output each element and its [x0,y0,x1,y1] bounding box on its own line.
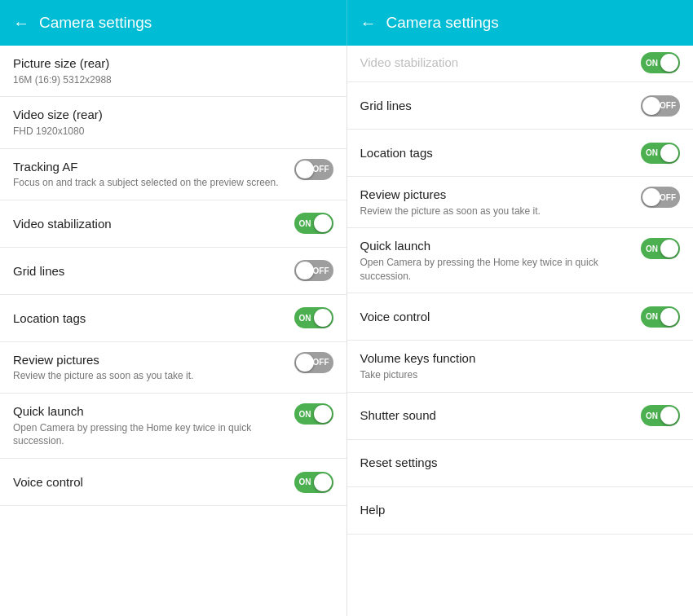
review-pictures-sublabel: Review the picture as soon as you take i… [13,369,281,383]
voice-control-r-label: Voice control [360,309,629,325]
setting-video-size[interactable]: Video size (rear) FHD 1920x1080 [0,97,346,148]
tracking-af-toggle[interactable]: OFF [291,159,333,180]
voice-control-toggle[interactable]: ON [291,472,333,493]
volume-keys-r-label: Volume keys function [360,350,671,367]
video-stab-label: Video stabilization [13,216,281,232]
setting-video-stabilization[interactable]: Video stabilization ON [0,200,346,248]
review-pictures-r-sublabel: Review the picture as soon as you take i… [360,205,629,218]
setting-quick-launch-r[interactable]: Quick launch Open Camera by pressing the… [347,228,694,293]
setting-volume-keys-r[interactable]: Volume keys function Take pictures [347,341,694,392]
left-panel: Picture size (rear) 16M (16:9) 5312x2988… [0,46,346,616]
right-header-panel: ← Camera settings [346,0,694,46]
tracking-af-sublabel: Focus on and track a subject selected on… [13,176,281,190]
help-r-label: Help [360,502,671,518]
quick-launch-r-toggle[interactable]: ON [638,238,680,259]
left-header-title: Camera settings [39,14,152,32]
setting-help-r[interactable]: Help [347,487,694,535]
quick-launch-label: Quick launch [13,403,281,420]
setting-review-pictures-r[interactable]: Review pictures Review the picture as so… [347,177,694,228]
header: ← Camera settings ← Camera settings [0,0,693,46]
review-pictures-r-toggle[interactable]: OFF [638,187,680,208]
location-tags-r-toggle[interactable]: ON [638,143,680,164]
setting-reset-r[interactable]: Reset settings [347,440,694,487]
review-pictures-label: Review pictures [13,352,281,368]
setting-video-stab-partial[interactable]: Video stabilization ON [347,46,694,82]
setting-grid-lines[interactable]: Grid lines OFF [0,248,346,295]
tracking-af-label: Tracking AF [13,159,281,175]
review-pictures-toggle[interactable]: OFF [291,352,333,373]
grid-lines-label: Grid lines [13,263,281,279]
setting-voice-control-r[interactable]: Voice control ON [347,293,694,341]
review-pictures-r-label: Review pictures [360,187,629,203]
voice-control-r-toggle[interactable]: ON [638,306,680,328]
quick-launch-r-sublabel: Open Camera by pressing the Home key twi… [360,256,629,284]
setting-review-pictures[interactable]: Review pictures Review the picture as so… [0,342,346,394]
setting-tracking-af[interactable]: Tracking AF Focus on and track a subject… [0,149,346,200]
video-stab-partial-toggle[interactable]: ON [638,52,680,73]
right-panel: Video stabilization ON Grid lines OFF [346,46,694,616]
shutter-sound-r-label: Shutter sound [360,407,629,424]
location-tags-r-label: Location tags [360,145,629,161]
quick-launch-r-label: Quick launch [360,238,629,254]
voice-control-label: Voice control [13,474,281,491]
left-header-panel: ← Camera settings [0,0,346,46]
picture-size-label: Picture size (rear) [13,55,324,72]
setting-shutter-sound-r[interactable]: Shutter sound ON [347,393,694,440]
video-size-label: Video size (rear) [13,107,324,123]
setting-voice-control[interactable]: Voice control ON [0,459,346,506]
location-tags-toggle[interactable]: ON [291,307,333,328]
video-stab-toggle[interactable]: ON [291,213,333,234]
picture-size-sublabel: 16M (16:9) 5312x2988 [13,73,324,87]
left-back-button[interactable]: ← [13,14,29,33]
setting-quick-launch[interactable]: Quick launch Open Camera by pressing the… [0,394,346,459]
shutter-sound-r-toggle[interactable]: ON [638,405,680,426]
video-size-sublabel: FHD 1920x1080 [13,125,324,139]
grid-lines-r-toggle[interactable]: OFF [638,95,680,117]
reset-r-label: Reset settings [360,455,671,471]
content-area: Picture size (rear) 16M (16:9) 5312x2988… [0,46,693,616]
volume-keys-r-sublabel: Take pictures [360,368,671,382]
right-back-button[interactable]: ← [360,14,377,33]
setting-grid-lines-r[interactable]: Grid lines OFF [347,82,694,130]
grid-lines-r-label: Grid lines [360,98,629,114]
setting-picture-size[interactable]: Picture size (rear) 16M (16:9) 5312x2988 [0,46,346,97]
grid-lines-toggle[interactable]: OFF [291,260,333,281]
location-tags-label: Location tags [13,310,281,327]
video-stab-partial-label: Video stabilization [360,55,459,71]
quick-launch-toggle[interactable]: ON [291,403,333,425]
right-header-title: Camera settings [386,14,499,32]
setting-location-tags-r[interactable]: Location tags ON [347,130,694,177]
setting-location-tags[interactable]: Location tags ON [0,295,346,342]
quick-launch-sublabel: Open Camera by pressing the Home key twi… [13,421,281,449]
